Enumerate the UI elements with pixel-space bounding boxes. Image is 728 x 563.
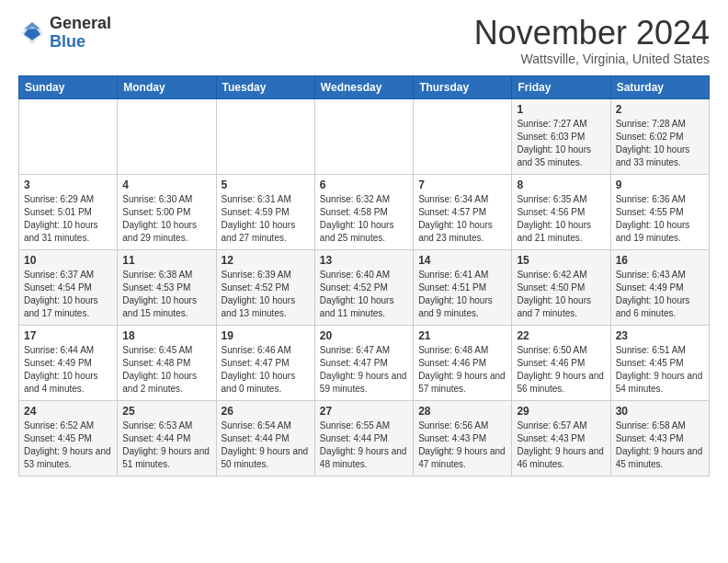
day-cell: 18Sunrise: 6:45 AM Sunset: 4:48 PM Dayli… [118,325,216,400]
day-cell: 10Sunrise: 6:37 AM Sunset: 4:54 PM Dayli… [19,249,118,325]
day-cell: 15Sunrise: 6:42 AM Sunset: 4:50 PM Dayli… [512,249,610,325]
day-number: 9 [616,178,704,191]
day-cell [216,98,314,174]
day-cell: 12Sunrise: 6:39 AM Sunset: 4:52 PM Dayli… [216,249,314,325]
day-cell: 6Sunrise: 6:32 AM Sunset: 4:58 PM Daylig… [314,174,413,249]
day-info: Sunrise: 6:36 AM Sunset: 4:55 PM Dayligh… [616,193,704,245]
day-info: Sunrise: 6:53 AM Sunset: 4:44 PM Dayligh… [122,419,210,471]
day-number: 28 [418,405,506,418]
day-info: Sunrise: 6:38 AM Sunset: 4:53 PM Dayligh… [122,269,210,320]
calendar-header: SundayMondayTuesdayWednesdayThursdayFrid… [19,75,710,98]
day-info: Sunrise: 6:42 AM Sunset: 4:50 PM Dayligh… [517,269,605,320]
day-number: 21 [418,329,506,342]
day-number: 23 [616,329,704,342]
day-number: 2 [616,103,704,116]
day-info: Sunrise: 6:46 AM Sunset: 4:47 PM Dayligh… [222,344,310,396]
day-cell: 28Sunrise: 6:56 AM Sunset: 4:43 PM Dayli… [414,400,512,476]
day-cell: 20Sunrise: 6:47 AM Sunset: 4:47 PM Dayli… [314,325,413,400]
day-number: 13 [320,254,408,267]
week-row-1: 1Sunrise: 7:27 AM Sunset: 6:03 PM Daylig… [19,98,710,174]
day-number: 14 [418,254,506,267]
day-info: Sunrise: 6:54 AM Sunset: 4:44 PM Dayligh… [222,419,310,471]
day-cell: 25Sunrise: 6:53 AM Sunset: 4:44 PM Dayli… [118,400,216,476]
logo-text: General Blue [50,15,111,52]
day-number: 22 [517,329,605,342]
day-info: Sunrise: 6:47 AM Sunset: 4:47 PM Dayligh… [320,344,408,396]
day-cell [314,98,413,174]
day-number: 26 [222,405,310,418]
day-cell: 23Sunrise: 6:51 AM Sunset: 4:45 PM Dayli… [610,325,709,400]
weekday-header-friday: Friday [512,75,610,98]
day-cell: 2Sunrise: 7:28 AM Sunset: 6:02 PM Daylig… [610,98,709,174]
location: Wattsville, Virginia, United States [474,52,710,66]
day-number: 4 [122,178,210,191]
day-number: 29 [517,405,605,418]
day-number: 16 [616,254,704,267]
day-info: Sunrise: 6:45 AM Sunset: 4:48 PM Dayligh… [122,344,210,396]
logo-blue: Blue [50,32,85,51]
page: General Blue November 2024 Wattsville, V… [0,0,728,486]
day-cell: 16Sunrise: 6:43 AM Sunset: 4:49 PM Dayli… [610,249,709,325]
day-info: Sunrise: 6:40 AM Sunset: 4:52 PM Dayligh… [320,269,408,320]
logo-general: General [50,14,111,32]
day-info: Sunrise: 6:39 AM Sunset: 4:52 PM Dayligh… [222,269,310,320]
day-cell [118,98,216,174]
calendar-table: SundayMondayTuesdayWednesdayThursdayFrid… [18,75,710,477]
week-row-4: 17Sunrise: 6:44 AM Sunset: 4:49 PM Dayli… [19,325,710,400]
day-cell: 21Sunrise: 6:48 AM Sunset: 4:46 PM Dayli… [414,325,512,400]
day-cell: 3Sunrise: 6:29 AM Sunset: 5:01 PM Daylig… [19,174,118,249]
day-number: 27 [320,405,408,418]
day-number: 7 [418,178,506,191]
day-number: 1 [517,103,605,116]
day-cell: 19Sunrise: 6:46 AM Sunset: 4:47 PM Dayli… [216,325,314,400]
day-cell [414,98,512,174]
week-row-2: 3Sunrise: 6:29 AM Sunset: 5:01 PM Daylig… [19,174,710,249]
day-info: Sunrise: 6:41 AM Sunset: 4:51 PM Dayligh… [418,269,506,320]
day-cell: 9Sunrise: 6:36 AM Sunset: 4:55 PM Daylig… [610,174,709,249]
weekday-row: SundayMondayTuesdayWednesdayThursdayFrid… [19,75,710,98]
day-info: Sunrise: 6:57 AM Sunset: 4:43 PM Dayligh… [517,419,605,471]
day-number: 30 [616,405,704,418]
weekday-header-thursday: Thursday [414,75,512,98]
day-info: Sunrise: 6:29 AM Sunset: 5:01 PM Dayligh… [24,193,112,245]
weekday-header-wednesday: Wednesday [314,75,413,98]
day-info: Sunrise: 6:31 AM Sunset: 4:59 PM Dayligh… [222,193,310,245]
day-info: Sunrise: 6:55 AM Sunset: 4:44 PM Dayligh… [320,419,408,471]
month-title: November 2024 [474,15,710,52]
day-number: 17 [24,329,112,342]
day-number: 19 [222,329,310,342]
day-cell: 4Sunrise: 6:30 AM Sunset: 5:00 PM Daylig… [118,174,216,249]
day-cell: 11Sunrise: 6:38 AM Sunset: 4:53 PM Dayli… [118,249,216,325]
day-number: 24 [24,405,112,418]
day-cell: 27Sunrise: 6:55 AM Sunset: 4:44 PM Dayli… [314,400,413,476]
day-cell: 13Sunrise: 6:40 AM Sunset: 4:52 PM Dayli… [314,249,413,325]
day-number: 20 [320,329,408,342]
day-info: Sunrise: 6:43 AM Sunset: 4:49 PM Dayligh… [616,269,704,320]
weekday-header-saturday: Saturday [610,75,709,98]
day-info: Sunrise: 6:51 AM Sunset: 4:45 PM Dayligh… [616,344,704,396]
day-info: Sunrise: 6:44 AM Sunset: 4:49 PM Dayligh… [24,344,112,396]
day-cell: 24Sunrise: 6:52 AM Sunset: 4:45 PM Dayli… [19,400,118,476]
day-number: 18 [122,329,210,342]
day-number: 15 [517,254,605,267]
day-cell: 17Sunrise: 6:44 AM Sunset: 4:49 PM Dayli… [19,325,118,400]
day-info: Sunrise: 6:32 AM Sunset: 4:58 PM Dayligh… [320,193,408,245]
day-number: 3 [24,178,112,191]
day-cell: 22Sunrise: 6:50 AM Sunset: 4:46 PM Dayli… [512,325,610,400]
day-info: Sunrise: 6:52 AM Sunset: 4:45 PM Dayligh… [24,419,112,471]
day-number: 11 [122,254,210,267]
title-block: November 2024 Wattsville, Virginia, Unit… [474,15,710,66]
day-info: Sunrise: 6:35 AM Sunset: 4:56 PM Dayligh… [517,193,605,245]
day-info: Sunrise: 6:58 AM Sunset: 4:43 PM Dayligh… [616,419,704,471]
day-cell: 29Sunrise: 6:57 AM Sunset: 4:43 PM Dayli… [512,400,610,476]
day-number: 6 [320,178,408,191]
day-number: 8 [517,178,605,191]
header: General Blue November 2024 Wattsville, V… [18,15,710,66]
weekday-header-sunday: Sunday [19,75,118,98]
day-cell: 8Sunrise: 6:35 AM Sunset: 4:56 PM Daylig… [512,174,610,249]
day-info: Sunrise: 6:34 AM Sunset: 4:57 PM Dayligh… [418,193,506,245]
day-cell: 7Sunrise: 6:34 AM Sunset: 4:57 PM Daylig… [414,174,512,249]
logo: General Blue [18,15,111,52]
day-number: 5 [222,178,310,191]
week-row-3: 10Sunrise: 6:37 AM Sunset: 4:54 PM Dayli… [19,249,710,325]
